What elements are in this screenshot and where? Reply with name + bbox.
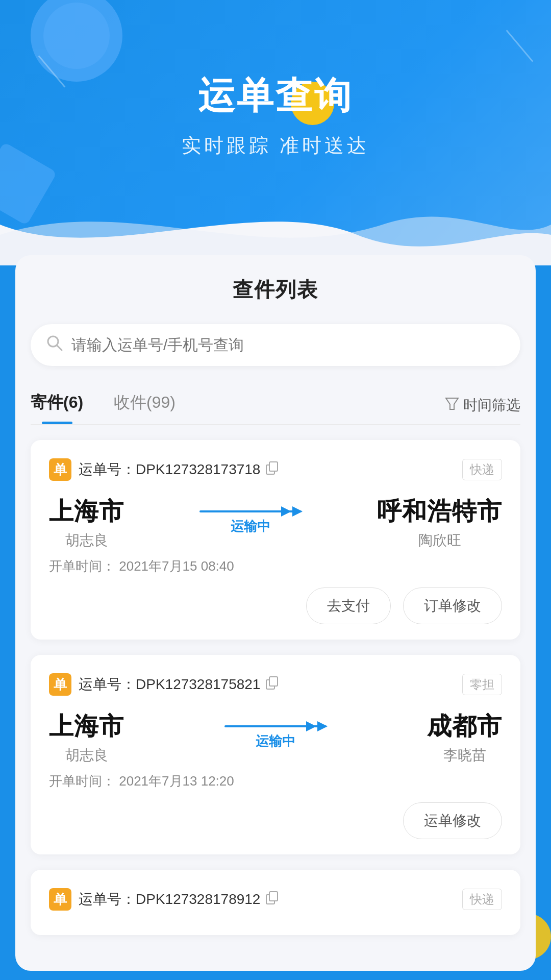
card-header-1: 单 运单号：DPK127328173718 快递 <box>49 458 502 481</box>
order-icon-2: 单 <box>49 673 71 696</box>
modify-button-2[interactable]: 运单修改 <box>403 802 502 839</box>
to-person-2: 李晓苗 <box>427 746 502 765</box>
search-input[interactable] <box>71 336 505 354</box>
svg-rect-4 <box>269 462 278 471</box>
header-background: 运单查询 实时跟踪 准时送达 <box>0 0 551 265</box>
svg-rect-6 <box>269 677 278 686</box>
svg-line-1 <box>57 346 62 351</box>
action-row-2: 运单修改 <box>49 802 502 839</box>
card-header-left-1: 单 运单号：DPK127328173718 <box>49 458 280 481</box>
route-row-2: 上海市 胡志良 运输中 成都市 李晓苗 <box>49 710 502 765</box>
date-row-2: 开单时间： 2021年7月13 12:20 <box>49 772 502 790</box>
card-header-2: 单 运单号：DPK127328175821 零担 <box>49 673 502 696</box>
copy-icon-3[interactable] <box>265 891 280 909</box>
from-city-block-1: 上海市 胡志良 <box>49 495 124 550</box>
route-middle-1: 运输中 <box>199 510 302 535</box>
package-card-2: 单 运单号：DPK127328175821 零担 上海市 胡志良 运输中 <box>31 655 520 854</box>
to-city-block-1: 呼和浩特市 陶欣旺 <box>377 495 502 550</box>
order-number-1: 运单号：DPK127328173718 <box>79 460 260 479</box>
to-person-1: 陶欣旺 <box>377 531 502 550</box>
order-icon-3: 单 <box>49 888 71 911</box>
card-header-left-3: 单 运单号：DPK127328178912 <box>49 888 280 911</box>
search-icon <box>46 334 63 356</box>
date-label-1: 开单时间： <box>49 558 115 574</box>
card-type-badge-1: 快递 <box>462 459 502 480</box>
action-row-1: 去支付 订单修改 <box>49 587 502 624</box>
to-city-block-2: 成都市 李晓苗 <box>427 710 502 765</box>
card-type-badge-3: 快递 <box>462 889 502 910</box>
page-subtitle: 实时跟踪 准时送达 <box>182 133 370 159</box>
package-card-1: 单 运单号：DPK127328173718 快递 上海市 胡志良 运输中 <box>31 440 520 640</box>
tab-received[interactable]: 收件(99) <box>114 386 176 424</box>
status-label-1: 运输中 <box>231 518 270 535</box>
arrow-line-2 <box>224 725 327 727</box>
from-city-block-2: 上海市 胡志良 <box>49 710 124 765</box>
deco-line-tr <box>506 30 534 62</box>
to-city-1: 呼和浩特市 <box>377 495 502 528</box>
modify-button-1[interactable]: 订单修改 <box>403 587 502 624</box>
card-title: 查件列表 <box>31 276 520 304</box>
filter-label: 时间筛选 <box>463 396 520 415</box>
to-city-2: 成都市 <box>427 710 502 743</box>
main-card: 查件列表 寄件(6) 收件(99) 时间筛选 单 运单号：DP <box>15 255 536 971</box>
from-city-1: 上海市 <box>49 495 124 528</box>
copy-icon-1[interactable] <box>265 461 280 479</box>
date-label-2: 开单时间： <box>49 773 115 789</box>
tab-sent[interactable]: 寄件(6) <box>31 386 83 424</box>
arrow-line-1 <box>199 510 302 512</box>
search-bar[interactable] <box>31 324 520 366</box>
date-value-2: 2021年7月13 12:20 <box>119 773 234 789</box>
card-type-badge-2: 零担 <box>462 674 502 695</box>
header-wave <box>0 194 551 265</box>
filter-icon <box>445 397 459 414</box>
order-number-2: 运单号：DPK127328175821 <box>79 675 260 694</box>
card-header-left-2: 单 运单号：DPK127328175821 <box>49 673 280 696</box>
status-label-2: 运输中 <box>256 732 295 750</box>
card-header-3: 单 运单号：DPK127328178912 快递 <box>49 888 502 911</box>
route-row-1: 上海市 胡志良 运输中 呼和浩特市 陶欣旺 <box>49 495 502 550</box>
tabs-row: 寄件(6) 收件(99) 时间筛选 <box>31 386 520 425</box>
copy-icon-2[interactable] <box>265 676 280 694</box>
date-row-1: 开单时间： 2021年7月15 08:40 <box>49 557 502 575</box>
from-person-2: 胡志良 <box>49 746 124 765</box>
route-middle-2: 运输中 <box>224 725 327 750</box>
svg-marker-2 <box>446 398 458 409</box>
deco-circle-top <box>31 0 122 82</box>
from-city-2: 上海市 <box>49 710 124 743</box>
package-card-3: 单 运单号：DPK127328178912 快递 <box>31 870 520 935</box>
page-title: 运单查询 <box>198 71 353 120</box>
date-value-1: 2021年7月15 08:40 <box>119 558 234 574</box>
order-number-3: 运单号：DPK127328178912 <box>79 890 260 909</box>
pay-button-1[interactable]: 去支付 <box>306 587 391 624</box>
from-person-1: 胡志良 <box>49 531 124 550</box>
svg-rect-8 <box>269 892 278 901</box>
order-icon-1: 单 <box>49 458 71 481</box>
filter-button[interactable]: 时间筛选 <box>445 396 520 415</box>
